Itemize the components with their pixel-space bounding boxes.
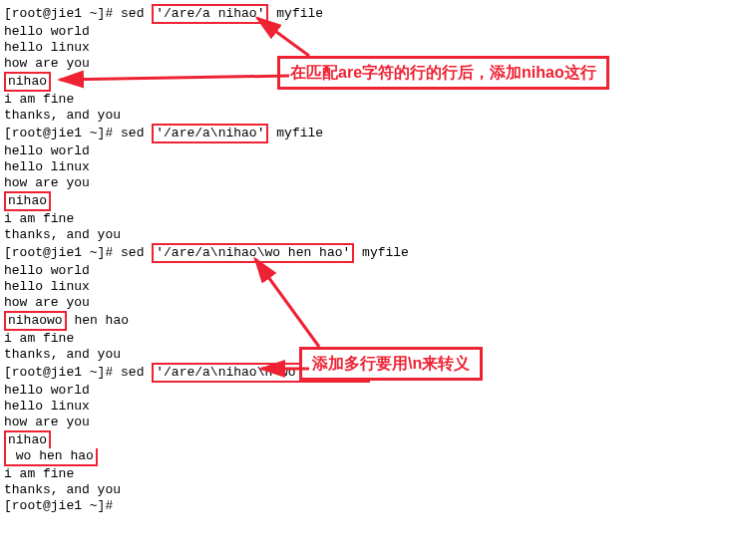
annotation-1: 在匹配are字符的行的行后，添加nihao这行	[277, 56, 609, 90]
output-line: thanks, and you	[4, 482, 725, 498]
cmd-line-2: [root@jie1 ~]# sed '/are/a\nihao' myfile	[4, 124, 725, 143]
cmd: sed	[121, 126, 144, 140]
output-line: hello world	[4, 143, 725, 159]
annotation-2: 添加多行要用\n来转义	[299, 347, 483, 381]
output-line: thanks, and you	[4, 227, 725, 243]
output-line: how are you	[4, 415, 725, 430]
arg-box-3: '/are/a\nihao\wo hen hao'	[152, 243, 354, 263]
output-line: wo hen hao	[4, 448, 725, 466]
cmd: sed	[121, 245, 144, 260]
output-line: thanks, and you	[4, 108, 725, 124]
output-line: i am fine	[4, 92, 725, 108]
nihao-box-4b: wo hen hao	[4, 448, 98, 466]
output-line: hello linux	[4, 159, 725, 175]
output-line: i am fine	[4, 466, 725, 482]
file: myfile	[276, 6, 323, 21]
cmd-line-1: [root@jie1 ~]# sed '/are/a nihao' myfile	[4, 4, 725, 24]
output-line: hello world	[4, 24, 725, 40]
output-line: hello linux	[4, 279, 725, 295]
prompt: [root@jie1 ~]#	[4, 365, 113, 380]
cmd-line-3: [root@jie1 ~]# sed '/are/a\nihao\wo hen …	[4, 243, 725, 263]
output-line: how are you	[4, 295, 725, 311]
nihao-box-2: nihao	[4, 191, 51, 211]
output-line: nihao	[4, 191, 725, 211]
output-line: nihao	[4, 430, 725, 448]
output-line: hello linux	[4, 399, 725, 415]
arg-box-2: '/are/a\nihao'	[152, 124, 268, 143]
nihaowo-box: nihaowo	[4, 311, 67, 331]
file: myfile	[362, 245, 409, 260]
output-text: hen hao	[67, 313, 129, 328]
file: myfile	[276, 126, 323, 140]
prompt: [root@jie1 ~]#	[4, 245, 113, 260]
arg-box-1: '/are/a nihao'	[152, 4, 268, 24]
nihao-box-1: nihao	[4, 72, 51, 92]
cmd: sed	[121, 365, 144, 380]
nihao-box-4a: nihao	[4, 430, 51, 448]
output-line: hello world	[4, 263, 725, 279]
output-line: hello world	[4, 383, 725, 399]
output-line: i am fine	[4, 211, 725, 227]
output-line: hello linux	[4, 40, 725, 56]
cmd: sed	[121, 6, 144, 21]
prompt: [root@jie1 ~]#	[4, 498, 113, 513]
output-line: nihaowo hen hao	[4, 311, 725, 331]
output-line: i am fine	[4, 331, 725, 347]
prompt: [root@jie1 ~]#	[4, 126, 113, 140]
prompt: [root@jie1 ~]#	[4, 6, 113, 21]
output-line: how are you	[4, 175, 725, 191]
prompt-line[interactable]: [root@jie1 ~]#	[4, 498, 725, 514]
